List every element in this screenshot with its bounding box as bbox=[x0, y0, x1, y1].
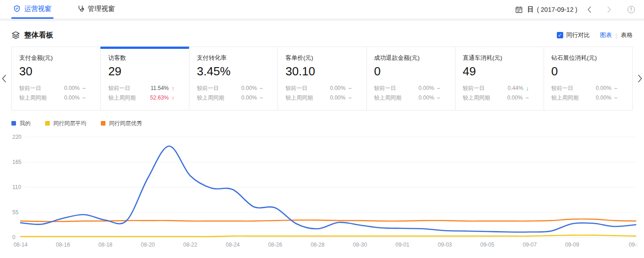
metric-card-zuanshi-spend[interactable]: 钻石展位消耗(元)0较前一日0.00%−较上周同期0.00%− bbox=[544, 47, 632, 110]
compare-value: 0.00% bbox=[419, 93, 434, 103]
metric-value: 0 bbox=[551, 63, 625, 79]
carousel-left-icon[interactable] bbox=[2, 74, 6, 83]
legend-label: 同行同层平均 bbox=[53, 120, 86, 127]
metric-compare-row: 较前一日0.00%− bbox=[19, 84, 93, 93]
metric-title: 成功退款金额(元) bbox=[374, 54, 448, 62]
compare-value: 52.63% bbox=[150, 93, 169, 103]
compare-value: 0.44% bbox=[508, 84, 523, 93]
metric-card-ztc-spend[interactable]: 直通车消耗(元)49较前一日0.44%↓较上周同期0.00%− bbox=[455, 47, 544, 110]
svg-text:08-22: 08-22 bbox=[183, 242, 198, 248]
section-title: 整体看板 bbox=[24, 31, 53, 40]
metric-cards: 支付金额(元)30较前一日0.00%−较上周同期0.00%−访客数29较前一日1… bbox=[11, 47, 633, 111]
date-controls: 日 ( 2017-09-12 ) ! bbox=[515, 0, 635, 19]
metric-compare-row: 较前一日0.00%− bbox=[374, 84, 448, 93]
compare-label: 较上周同期 bbox=[551, 93, 579, 103]
metric-card-visitors[interactable]: 访客数29较前一日11.54%↑较上周同期52.63%↑ bbox=[100, 47, 189, 110]
metric-value: 29 bbox=[108, 63, 182, 79]
view-toggle-chart[interactable]: 图表 bbox=[600, 31, 612, 39]
legend-label: 同行同层优秀 bbox=[109, 120, 142, 127]
trend-up-icon: ↑ bbox=[172, 84, 175, 93]
shield-icon bbox=[13, 5, 21, 12]
metric-value: 0 bbox=[374, 63, 448, 79]
metric-compare-row: 较上周同期52.63%↑ bbox=[108, 93, 182, 103]
compare-value: 0.00% bbox=[596, 93, 611, 103]
metric-cards-carousel: 支付金额(元)30较前一日0.00%−较上周同期0.00%−访客数29较前一日1… bbox=[11, 47, 633, 111]
legend-swatch bbox=[101, 121, 105, 126]
metric-compare-row: 较前一日0.00%− bbox=[285, 84, 359, 93]
svg-text:08-14: 08-14 bbox=[14, 242, 28, 248]
compare-label: 较上周同期 bbox=[285, 93, 313, 103]
metric-card-refund-amount[interactable]: 成功退款金额(元)0较前一日0.00%−较上周同期0.00%− bbox=[367, 47, 455, 110]
compare-label: 较前一日 bbox=[197, 84, 219, 93]
legend-swatch bbox=[11, 121, 16, 126]
trend-flat-icon: − bbox=[83, 93, 86, 103]
metric-title: 直通车消耗(元) bbox=[463, 54, 536, 62]
previous-date-button[interactable] bbox=[582, 6, 597, 13]
carousel-right-icon[interactable] bbox=[638, 74, 642, 83]
metric-compare-row: 较前一日0.00%− bbox=[197, 84, 270, 93]
svg-text:0: 0 bbox=[12, 234, 16, 241]
date-selector[interactable]: 日 ( 2017-09-12 ) bbox=[527, 5, 577, 14]
metric-value: 30.10 bbox=[285, 63, 359, 79]
svg-text:165: 165 bbox=[12, 159, 21, 165]
metric-value: 30 bbox=[19, 63, 93, 79]
calendar-icon[interactable] bbox=[515, 6, 523, 13]
tab-label: 管理视窗 bbox=[88, 5, 115, 13]
tab-management-view[interactable]: 管理视窗 bbox=[75, 0, 117, 19]
trend-flat-icon: − bbox=[348, 93, 352, 103]
legend-item-peer-average[interactable]: 同行同层平均 bbox=[45, 120, 86, 127]
trend-flat-icon: − bbox=[260, 93, 263, 103]
metric-compare-row: 较上周同期0.00%− bbox=[197, 93, 270, 103]
compare-label: 较上周同期 bbox=[108, 93, 136, 103]
section-controls: ✓ 同行对比 图表 | 表格 bbox=[557, 31, 633, 39]
metric-card-pay-conversion[interactable]: 支付转化率3.45%较前一日0.00%−较上周同期0.00%− bbox=[189, 47, 277, 110]
compare-value: 0.00% bbox=[241, 84, 257, 93]
compare-value: 0.00% bbox=[64, 84, 80, 93]
metric-compare-row: 较前一日0.00%− bbox=[551, 84, 625, 93]
metric-title: 访客数 bbox=[108, 54, 182, 62]
compare-value: 0.00% bbox=[596, 84, 611, 93]
metric-compare-row: 较上周同期0.00%− bbox=[551, 93, 625, 103]
svg-text:220: 220 bbox=[12, 134, 21, 140]
legend-item-mine[interactable]: 我的 bbox=[11, 120, 31, 127]
svg-text:08-26: 08-26 bbox=[268, 242, 282, 248]
svg-text:110: 110 bbox=[12, 184, 21, 190]
next-date-button[interactable] bbox=[602, 6, 617, 13]
date-range: ( 2017-09-12 ) bbox=[537, 6, 577, 13]
compare-label: 较上周同期 bbox=[197, 93, 224, 103]
tab-label: 运营视窗 bbox=[24, 5, 52, 13]
date-granularity: 日 bbox=[527, 5, 534, 14]
metric-card-pay-amount[interactable]: 支付金额(元)30较前一日0.00%−较上周同期0.00%− bbox=[12, 47, 100, 110]
compare-label: 较上周同期 bbox=[19, 93, 47, 103]
metric-title: 支付转化率 bbox=[197, 54, 270, 62]
metric-compare-row: 较上周同期0.00%− bbox=[374, 93, 448, 103]
section-title-wrap: 整体看板 bbox=[11, 31, 53, 40]
metric-card-avg-order-value[interactable]: 客单价(元)30.10较前一日0.00%−较上周同期0.00%− bbox=[277, 47, 366, 110]
svg-text:08-28: 08-28 bbox=[310, 242, 325, 248]
trend-flat-icon: − bbox=[614, 93, 618, 103]
legend-label: 我的 bbox=[20, 120, 31, 127]
compare-label: 较上周同期 bbox=[374, 93, 402, 103]
trend-down-icon: ↓ bbox=[526, 84, 529, 93]
peer-compare-checkbox[interactable]: ✓ bbox=[557, 32, 563, 38]
metric-compare-row: 较上周同期0.00%− bbox=[19, 93, 93, 103]
overview-section-header: 整体看板 ✓ 同行对比 图表 | 表格 bbox=[11, 27, 633, 43]
metric-title: 客单价(元) bbox=[285, 54, 359, 62]
svg-text:08-16: 08-16 bbox=[56, 242, 70, 248]
view-toggle-separator: | bbox=[616, 32, 617, 39]
trend-flat-icon: − bbox=[260, 84, 263, 93]
svg-text:08-18: 08-18 bbox=[99, 242, 113, 248]
info-icon[interactable]: ! bbox=[628, 6, 635, 13]
tab-operations-view[interactable]: 运营视窗 bbox=[11, 0, 53, 19]
compare-value: 0.00% bbox=[330, 84, 346, 93]
view-toggle-table[interactable]: 表格 bbox=[621, 31, 633, 39]
svg-text:08-24: 08-24 bbox=[225, 242, 240, 248]
compare-value: 0.00% bbox=[330, 93, 346, 103]
metric-title: 钻石展位消耗(元) bbox=[551, 54, 625, 62]
trend-flat-icon: − bbox=[348, 84, 352, 93]
top-navigation-bar: 运营视窗 管理视窗 日 ( 2017-09-12 ) bbox=[0, 0, 644, 19]
trend-flat-icon: − bbox=[437, 93, 440, 103]
trend-chart[interactable]: 05511016522008-1408-1608-1808-2008-2208-… bbox=[11, 132, 644, 252]
legend-item-peer-excellent[interactable]: 同行同层优秀 bbox=[101, 120, 142, 127]
peer-compare-label: 同行对比 bbox=[566, 31, 590, 39]
